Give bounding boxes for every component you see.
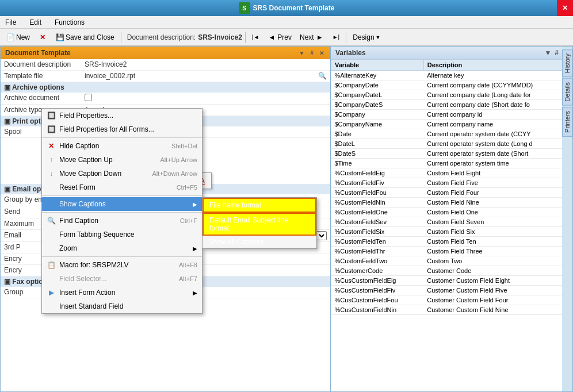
var-description-cell: Current company date (Short date fo <box>423 100 572 110</box>
var-description-cell: Current operator system date (Short <box>423 149 572 159</box>
table-row[interactable]: $DateCurrent operator system date (CCYY <box>331 129 572 139</box>
details-tab[interactable]: Details <box>562 78 572 106</box>
printers-tab[interactable]: Printers <box>562 107 572 137</box>
panel-pin-btn[interactable]: ▼ <box>297 49 307 57</box>
table-row[interactable]: %CustomFieldFouCustom Field Four <box>331 188 572 198</box>
nav-first-button[interactable]: |◄ <box>249 30 263 44</box>
ctx-field-properties[interactable]: 🔲 Field Properties... <box>42 109 202 122</box>
var-description-cell: Customer Custom Field Eight <box>423 276 572 286</box>
table-row[interactable]: %CusCustomFieldEigCustomer Custom Field … <box>331 276 572 286</box>
field-selector-icon <box>47 274 56 283</box>
table-row[interactable]: %CusCustomFieldFouCustomer Custom Field … <box>331 295 572 305</box>
var-description-cell: Custom Field Three <box>423 247 572 256</box>
table-row[interactable]: %CustomFieldSixCustom Field Six <box>331 227 572 237</box>
window-close-button[interactable]: ✕ <box>557 0 573 16</box>
menu-file[interactable]: File <box>3 17 18 28</box>
panel-header-controls: ▼ # ✕ <box>297 49 326 57</box>
ctx-zoom[interactable]: Zoom ▶ <box>42 241 202 255</box>
move-up-icon: ↑ <box>47 155 56 164</box>
doc-desc-field-value: SRS-Invoice2 <box>81 59 330 70</box>
show-captions-icon <box>47 199 56 209</box>
submenu-show-all[interactable]: Show All Captions <box>203 236 316 248</box>
panel-close-btn[interactable]: ✕ <box>318 49 326 57</box>
nav-last-button[interactable]: ►| <box>329 30 343 44</box>
ctx-field-properties-all[interactable]: 🔲 Field Properties for All Forms... <box>42 122 202 136</box>
var-description-cell: Custom Field Nine <box>423 198 572 207</box>
table-row[interactable]: %CustomFieldEigCustom Field Eight <box>331 168 572 178</box>
table-row[interactable]: $CompanyDateSCurrent company date (Short… <box>331 100 572 110</box>
menu-edit[interactable]: Edit <box>27 17 44 28</box>
ctx-form-tabbing[interactable]: Form Tabbing Sequence <box>42 228 202 241</box>
table-row[interactable]: $DateLCurrent operator system date (Long… <box>331 139 572 149</box>
zoom-icon <box>47 244 56 253</box>
close-x-button[interactable]: ✕ <box>35 30 51 44</box>
table-row[interactable]: %CustomFieldTwoCustom Two <box>331 256 572 266</box>
archive-doc-value <box>81 93 330 104</box>
ctx-find-caption[interactable]: 🔍 Find Caption Ctrl+F <box>42 214 202 228</box>
prev-icon: ◄ <box>267 33 276 42</box>
var-description-cell: Current company id <box>423 110 572 120</box>
table-row[interactable]: $CompanyCurrent company id <box>331 110 572 120</box>
ctx-insert-form-action[interactable]: ▶ Insert Form Action ▶ <box>42 286 202 299</box>
design-button[interactable]: Design ▼ <box>349 30 384 44</box>
var-variable-cell: $Time <box>331 159 424 168</box>
ctx-sep-4 <box>42 256 202 257</box>
submenu-default-email-subject[interactable]: Default Email Subject line format <box>203 213 316 236</box>
var-variable-cell: %CustomFieldNin <box>331 198 424 207</box>
move-down-icon: ↓ <box>47 169 56 178</box>
var-panel-title: Variables <box>335 49 366 57</box>
left-panel-title: Document Template <box>5 49 71 57</box>
main-area: Document Template ▼ # ✕ Document descrip… <box>0 46 573 392</box>
menu-functions[interactable]: Functions <box>52 17 87 28</box>
table-row[interactable]: %CustomFieldTenCustom Field Ten <box>331 237 572 247</box>
ctx-hide-caption[interactable]: ✕ Hide Caption Shift+Del <box>42 139 202 153</box>
table-row[interactable]: %CustomFieldOneCustom Field One <box>331 207 572 217</box>
var-pin-btn[interactable]: ▼ <box>544 49 551 57</box>
ctx-move-down[interactable]: ↓ Move Caption Down Alt+Down Arrow <box>42 167 202 180</box>
var-table: Variable Description %AlternateKeyAltern… <box>331 59 572 315</box>
var-description-cell: Current company date (CCYYMMDD) <box>423 80 572 90</box>
template-file-row: Template file invoice_0002.rpt 🔍 <box>1 71 330 82</box>
table-row[interactable]: %CusCustomFieldNinCustomer Custom Field … <box>331 305 572 315</box>
table-row[interactable]: %CustomerCodeCustomer Code <box>331 266 572 276</box>
toolbar-separator-3 <box>346 32 346 43</box>
table-row[interactable]: %CustomFieldFivCustom Field Five <box>331 178 572 188</box>
table-row[interactable]: $CompanyDateLCurrent company date (Long … <box>331 90 572 100</box>
ctx-sep-3 <box>42 212 202 213</box>
table-row[interactable]: $CompanyDateCurrent company date (CCYYMM… <box>331 80 572 90</box>
table-row[interactable]: $TimeCurrent operator system time <box>331 159 572 168</box>
ctx-macro[interactable]: 📋 Macro for: SRSPM2LV Alt+F8 <box>42 258 202 272</box>
table-row[interactable]: %CustomFieldSevCustom Field Seven <box>331 217 572 227</box>
title-bar: S SRS Document Template ✕ <box>0 0 573 16</box>
print-arrow: ▣ <box>4 117 12 125</box>
var-float-btn[interactable]: # <box>555 49 559 57</box>
table-row[interactable]: %AlternateKeyAlternate key <box>331 71 572 80</box>
table-row[interactable]: $CompanyNameCurrent company name <box>331 120 572 129</box>
table-row[interactable]: %CusCustomFieldFivCustomer Custom Field … <box>331 286 572 295</box>
panel-float-btn[interactable]: # <box>308 49 315 57</box>
save-close-button[interactable]: 💾 Save and Close <box>52 30 118 44</box>
var-description-cell: Customer Code <box>423 266 572 276</box>
ctx-show-captions[interactable]: Show Captions ▶ File name format Default… <box>42 197 202 211</box>
table-row[interactable]: %CustomFieldThrCustom Field Three <box>331 247 572 256</box>
var-description-cell: Custom Field Five <box>423 178 572 188</box>
table-row[interactable]: $DateSCurrent operator system date (Shor… <box>331 149 572 159</box>
insert-standard-field-icon <box>47 302 56 311</box>
submenu-file-name-format[interactable]: File name format <box>203 198 316 213</box>
archive-doc-checkbox[interactable] <box>85 94 92 101</box>
ctx-insert-standard-field[interactable]: Insert Standard Field <box>42 299 202 313</box>
new-button[interactable]: 📄 New <box>2 30 33 44</box>
template-file-browse-btn[interactable]: 🔍 <box>318 72 327 80</box>
ctx-reset-form[interactable]: Reset Form Ctrl+F5 <box>42 180 202 194</box>
prev-button[interactable]: ◄ Prev <box>263 30 295 44</box>
ctx-move-up[interactable]: ↑ Move Caption Up Alt+Up Arrow <box>42 153 202 167</box>
email-dropdown[interactable] <box>315 231 327 240</box>
var-variable-cell: %CusCustomFieldFou <box>331 295 424 305</box>
table-row[interactable]: %CustomFieldNinCustom Field Nine <box>331 198 572 207</box>
next-button[interactable]: Next ► <box>296 30 328 44</box>
toolbar-separator-2 <box>245 32 246 43</box>
history-tab[interactable]: History <box>562 49 572 77</box>
ctx-sep-2 <box>42 195 202 196</box>
archive-section-header[interactable]: ▣ Archive options <box>1 82 330 93</box>
doc-desc-row: Document description SRS-Invoice2 <box>1 59 330 71</box>
